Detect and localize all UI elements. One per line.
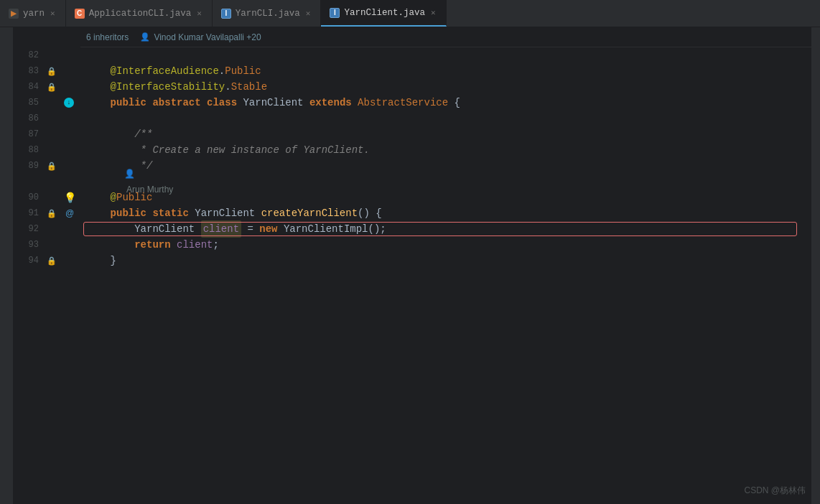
code-line-90: @Public (80, 190, 811, 205)
fold-82 (45, 47, 59, 63)
java-i-icon-2: I (330, 8, 340, 18)
line-num-87: 87 (29, 126, 39, 142)
tab-application-cli-close[interactable]: ✕ (195, 9, 203, 18)
code-brace-close-94: } (86, 253, 116, 269)
code-line-92: YarnClient client = new YarnClientImpl()… (80, 221, 811, 237)
line-num-83: 83 (29, 63, 39, 79)
code-dot-84: . (225, 79, 230, 95)
code-val-83: Public (225, 63, 261, 79)
code-line-87: /** (80, 126, 811, 142)
code-line-91: public static YarnClient createYarnClien… (80, 205, 811, 221)
ann-84 (59, 79, 80, 95)
tab-application-cli[interactable]: C ApplicationCLI.java ✕ (66, 0, 213, 27)
fold-93 (45, 237, 59, 253)
code-line-93: return client; (80, 237, 811, 253)
code-line-84: @InterfaceStability.Stable (80, 79, 811, 95)
fold-94: 🔒 (45, 253, 59, 269)
code-ann-83a: @ (86, 63, 116, 79)
fold-92 (45, 221, 59, 237)
code-var-client-93: client (177, 237, 213, 253)
code-ann-90b: Public (116, 190, 152, 205)
line-num-90: 90 (29, 190, 39, 205)
code-abstractservice: AbstractService (358, 95, 448, 111)
code-comment-88-of: of (285, 142, 297, 158)
tab-bar: ▶ yarn ✕ C ApplicationCLI.java ✕ I YarnC… (0, 0, 820, 27)
line-num-86: 86 (29, 111, 39, 126)
code-ann-84b: InterfaceStability (116, 79, 225, 95)
ann-94 (59, 253, 80, 269)
code-line-86 (80, 111, 811, 126)
inheritors-info: 6 inheritors (86, 32, 129, 42)
tab-yarn-close[interactable]: ✕ (49, 9, 57, 18)
code-area[interactable]: 6 inheritors 👤 Vinod Kumar Vavilapalli +… (80, 27, 811, 504)
info-bar: 6 inheritors 👤 Vinod Kumar Vavilapalli +… (80, 27, 811, 47)
tab-yarn-label: yarn (23, 9, 45, 19)
author-icon: 👤 (140, 32, 150, 42)
line-num-93: 93 (29, 237, 39, 253)
code-val-84: Stable (231, 79, 267, 95)
lightbulb-icon: 💡 (64, 192, 76, 204)
code-line-85: public abstract class YarnClient extends… (80, 95, 811, 111)
scrollbar[interactable] (811, 27, 820, 504)
code-ann-84a: @ (86, 79, 116, 95)
author-icon-89b: 👤 (124, 169, 135, 179)
tab-yarn-cli[interactable]: I YarnCLI.java ✕ (213, 0, 322, 27)
at-marker-icon: @ (65, 208, 74, 218)
watermark: CSDN @杨林伟 (744, 485, 806, 497)
tab-yarn-client[interactable]: I YarnClient.java ✕ (321, 0, 446, 27)
fold-91: 🔒 (45, 205, 59, 221)
code-line-89b: 👤 Arun Murthy (80, 174, 811, 190)
code-semi-93: ; (213, 237, 218, 253)
code-kw-extends: extends (309, 95, 358, 111)
fold-86 (45, 111, 59, 126)
ann-83 (59, 63, 80, 79)
tab-yarn-client-close[interactable]: ✕ (429, 8, 437, 17)
code-kw-class-85: class (207, 95, 243, 111)
line-num-85: 85 (29, 95, 39, 111)
code-semi-92: (); (368, 221, 386, 237)
ann-87 (59, 126, 80, 142)
tab-yarn[interactable]: ▶ yarn ✕ (0, 0, 66, 27)
code-line-83: @InterfaceAudience.Public (80, 63, 811, 79)
code-cls-impl-92: YarnClientImpl (284, 221, 368, 237)
inheritors-count: 6 inheritors (86, 32, 129, 42)
code-line-94: } (80, 253, 811, 269)
editor-container: ▶ yarn ✕ C ApplicationCLI.java ✕ I YarnC… (0, 0, 820, 504)
fold-gutter: 🔒 🔒 🔒 🔒 🔒 (45, 27, 59, 504)
code-line-88: * Create a new instance of YarnClient. (80, 142, 811, 158)
fold-85 (45, 95, 59, 111)
ann-86 (59, 111, 80, 126)
left-gutter (0, 27, 13, 504)
line-num-88: 88 (29, 142, 39, 158)
code-eq-92: = (241, 221, 259, 237)
fold-83: 🔒 (45, 63, 59, 79)
code-kw-abstract-85: abstract (152, 95, 207, 111)
tab-yarn-cli-close[interactable]: ✕ (304, 9, 312, 18)
line-num-89: 89 (29, 158, 39, 174)
code-var-client: client (201, 220, 241, 238)
java-i-icon-1: I (221, 9, 231, 19)
fold-89: 🔒 (45, 158, 59, 174)
ann-90: 💡 (59, 190, 80, 205)
code-kw-public-91: public (86, 205, 152, 221)
editor-body: 82 83 84 85 86 87 88 89 90 91 92 93 94 🔒… (0, 27, 820, 504)
fold-84: 🔒 (45, 79, 59, 95)
code-ann-90a: @ (86, 190, 116, 205)
authors-text: Vinod Kumar Vavilapalli +20 (154, 32, 261, 42)
code-kw-static-91: static (152, 205, 195, 221)
code-line-82 (80, 47, 811, 63)
code-line-89: */ (80, 158, 811, 174)
code-cls-yarnclient: YarnClient (243, 95, 309, 111)
annotation-gutter: ↓ 💡 @ (59, 27, 80, 504)
line-num-91: 91 (29, 205, 39, 221)
ann-88 (59, 142, 80, 158)
fold-88 (45, 142, 59, 158)
ann-85: ↓ (59, 95, 80, 111)
ann-92 (59, 221, 80, 237)
code-kw-return-93: return (86, 237, 177, 253)
tab-yarn-client-label: YarnClient.java (344, 8, 425, 18)
authors-info: 👤 Vinod Kumar Vavilapalli +20 (140, 32, 261, 42)
tab-application-cli-label: ApplicationCLI.java (89, 9, 192, 19)
ann-91: @ (59, 205, 80, 221)
code-ann-83b: InterfaceAudience (116, 63, 219, 79)
